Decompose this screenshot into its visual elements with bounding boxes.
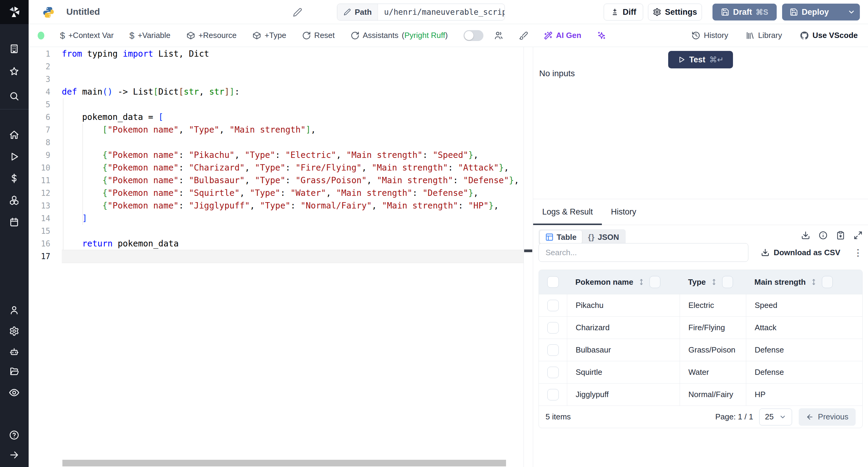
- tab-history[interactable]: History: [602, 199, 645, 225]
- code-line[interactable]: 11 {"Pokemon name": "Bulbasaur", "Type":…: [29, 174, 524, 187]
- search-input[interactable]: [538, 243, 748, 262]
- page-indicator: Page: 1 / 1: [715, 412, 753, 422]
- row-checkbox[interactable]: [547, 367, 559, 378]
- history-button[interactable]: History: [691, 31, 728, 40]
- workers-robot-icon[interactable]: [7, 344, 22, 359]
- reset-button[interactable]: Reset: [302, 31, 335, 40]
- code-line[interactable]: 3: [29, 73, 524, 86]
- page-size-select[interactable]: 25: [759, 409, 792, 426]
- folders-icon[interactable]: [7, 364, 22, 379]
- favorites-star-icon[interactable]: [7, 64, 22, 79]
- format-brush-icon[interactable]: [519, 31, 528, 40]
- code-editor[interactable]: 1from typing import List, Dict234def mai…: [29, 47, 524, 467]
- home-icon[interactable]: [7, 128, 22, 142]
- add-context-var-button[interactable]: $ +Context Var: [60, 30, 114, 41]
- code-line[interactable]: 17: [29, 250, 524, 263]
- audit-eye-icon[interactable]: [7, 385, 22, 400]
- sort-icon[interactable]: [810, 278, 818, 286]
- row-checkbox[interactable]: [547, 300, 559, 311]
- settings-gear-icon[interactable]: [7, 324, 22, 338]
- workspace-icon[interactable]: [7, 41, 22, 56]
- table-row[interactable]: CharizardFire/FlyingAttack: [539, 316, 862, 339]
- code-line[interactable]: 5: [29, 98, 524, 111]
- table-cell: Defense: [746, 361, 862, 383]
- add-resource-button[interactable]: +Resource: [186, 31, 237, 40]
- code-line[interactable]: 15: [29, 225, 524, 238]
- splitter-drag-handle[interactable]: [524, 249, 532, 252]
- clipboard-copy-icon[interactable]: [836, 231, 845, 240]
- search-icon[interactable]: [7, 89, 22, 103]
- column-header-type[interactable]: Type: [680, 270, 746, 294]
- script-path-field[interactable]: Path u/henri/maneuverable_script: [337, 4, 505, 21]
- help-icon[interactable]: [7, 428, 22, 442]
- expand-icon[interactable]: [854, 231, 863, 240]
- code-line[interactable]: 1from typing import List, Dict: [29, 48, 524, 60]
- view-table-button[interactable]: Table: [540, 230, 582, 244]
- code-text: {"Pokemon name": "Pikachu", "Type": "Ele…: [62, 149, 524, 161]
- row-checkbox[interactable]: [547, 389, 559, 400]
- table-row[interactable]: SquirtleWaterDefense: [539, 361, 862, 383]
- assistants-button[interactable]: Assistants (Pyright Ruff): [350, 31, 448, 40]
- sort-icon[interactable]: [638, 278, 645, 286]
- code-line[interactable]: 14 ]: [29, 212, 524, 225]
- panel-resize-splitter[interactable]: [524, 47, 533, 467]
- column-filter-checkbox[interactable]: [722, 276, 733, 288]
- diff-button[interactable]: Diff: [604, 4, 643, 21]
- code-line[interactable]: 9 {"Pokemon name": "Pikachu", "Type": "E…: [29, 149, 524, 161]
- edit-summary-pencil-icon[interactable]: [292, 7, 303, 18]
- code-line[interactable]: 8: [29, 136, 524, 149]
- deploy-main[interactable]: Deploy: [782, 4, 836, 20]
- code-line[interactable]: 4def main() -> List[Dict[str, str]]:: [29, 86, 524, 98]
- horizontal-scrollbar[interactable]: [62, 460, 506, 466]
- settings-button[interactable]: Settings: [648, 4, 702, 21]
- test-run-button[interactable]: Test ⌘↵: [668, 51, 733, 68]
- column-filter-checkbox[interactable]: [650, 276, 660, 288]
- code-line[interactable]: 7 ["Pokemon name", "Type", "Main strengt…: [29, 124, 524, 136]
- runs-play-icon[interactable]: [7, 150, 22, 164]
- multiplayer-users-icon[interactable]: [494, 31, 503, 40]
- user-icon[interactable]: [7, 303, 22, 317]
- expand-sidebar-arrow-icon[interactable]: [7, 448, 22, 462]
- windmill-logo[interactable]: [0, 0, 29, 24]
- deploy-more-button[interactable]: [843, 4, 860, 20]
- ai-gen-button[interactable]: AI Gen: [544, 31, 581, 40]
- column-header-main-strength[interactable]: Main strength: [746, 270, 862, 294]
- previous-page-button[interactable]: Previous: [799, 408, 856, 426]
- code-line[interactable]: 6 pokemon_data = [: [29, 111, 524, 124]
- table-row[interactable]: BulbasaurGrass/PoisonDefense: [539, 339, 862, 361]
- deploy-button[interactable]: Deploy: [782, 4, 860, 21]
- pencil-icon: [343, 8, 351, 16]
- download-icon[interactable]: [801, 231, 810, 240]
- sort-icon[interactable]: [710, 278, 718, 286]
- add-type-button[interactable]: +Type: [252, 31, 286, 40]
- resources-cubes-icon[interactable]: [7, 193, 22, 208]
- multiplayer-toggle[interactable]: [464, 30, 484, 41]
- schedules-calendar-icon[interactable]: [7, 215, 22, 229]
- path-value[interactable]: u/henri/maneuverable_script: [378, 4, 505, 20]
- column-header-pokemon-name[interactable]: Pokemon name: [567, 270, 680, 294]
- tab-logs-result[interactable]: Logs & Result: [533, 199, 602, 225]
- line-number: 2: [29, 60, 62, 73]
- code-line[interactable]: 2: [29, 60, 524, 73]
- ai-sparkles-icon[interactable]: [597, 31, 606, 40]
- code-line[interactable]: 13 {"Pokemon name": "Jigglypuff", "Type"…: [29, 199, 524, 212]
- use-vscode-button[interactable]: Use VScode: [800, 31, 858, 40]
- table-header-row: Pokemon name Type Main strength: [539, 270, 862, 294]
- column-filter-checkbox[interactable]: [822, 276, 833, 288]
- code-line[interactable]: 10 {"Pokemon name": "Charizard", "Type":…: [29, 161, 524, 174]
- info-icon[interactable]: [818, 231, 828, 240]
- code-line[interactable]: 16 return pokemon_data: [29, 238, 524, 250]
- add-variable-button[interactable]: $ +Variable: [129, 30, 170, 41]
- library-button[interactable]: Library: [746, 31, 782, 40]
- view-json-button[interactable]: {} JSON: [583, 230, 624, 244]
- code-line[interactable]: 12 {"Pokemon name": "Squirtle", "Type": …: [29, 187, 524, 199]
- table-row[interactable]: JigglypuffNormal/FairyHP: [539, 383, 862, 406]
- download-csv-button[interactable]: Download as CSV: [761, 248, 840, 257]
- more-options-kebab-icon[interactable]: ⋮: [854, 247, 863, 258]
- row-checkbox[interactable]: [547, 344, 559, 356]
- variables-dollar-icon[interactable]: [7, 171, 22, 186]
- row-checkbox[interactable]: [547, 322, 559, 334]
- draft-button[interactable]: Draft ⌘S: [712, 4, 777, 21]
- table-row[interactable]: PikachuElectricSpeed: [539, 294, 862, 316]
- select-all-checkbox[interactable]: [547, 276, 559, 288]
